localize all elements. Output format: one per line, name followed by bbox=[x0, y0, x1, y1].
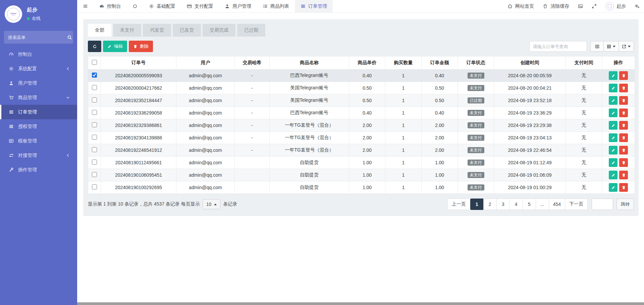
row-delete-button[interactable] bbox=[619, 108, 628, 117]
row-edit-button[interactable] bbox=[609, 84, 618, 92]
nav-item-dashboard[interactable]: 控制台 bbox=[94, 0, 127, 12]
nav-item-base-config[interactable]: 基础配置 bbox=[143, 0, 181, 12]
orders-panel: 全部 未支付 代发货 已发货 交易完成 已过期 编辑 删除 bbox=[83, 19, 639, 216]
product-cell: 一年TG直登号（混合） bbox=[270, 119, 349, 132]
row-delete-button[interactable] bbox=[619, 133, 628, 142]
row-checkbox[interactable] bbox=[92, 122, 97, 127]
row-edit-button[interactable] bbox=[609, 158, 618, 167]
tab-unpaid[interactable]: 未支付 bbox=[113, 24, 141, 37]
search-icon bbox=[67, 35, 72, 40]
nav-item-product-list[interactable]: 商品列表 bbox=[257, 0, 295, 12]
jump-button[interactable]: 跳转 bbox=[616, 199, 634, 210]
product-cell: 一年TG直登号（混合） bbox=[270, 132, 349, 144]
chevron-down-icon bbox=[65, 95, 70, 100]
tab-completed[interactable]: 交易完成 bbox=[203, 24, 235, 37]
nav-item-fullscreen[interactable] bbox=[587, 0, 601, 12]
row-edit-button[interactable] bbox=[609, 121, 618, 130]
sidebar-item-label: 插件管理 bbox=[18, 167, 37, 173]
row-edit-button[interactable] bbox=[609, 183, 618, 192]
sidebar-item-templates[interactable]: 模板管理 bbox=[0, 134, 77, 148]
nav-item-payment-config[interactable]: 支付配置 bbox=[181, 0, 219, 12]
row-edit-button[interactable] bbox=[609, 108, 618, 117]
row-checkbox[interactable] bbox=[92, 160, 97, 165]
row-checkbox[interactable] bbox=[92, 184, 97, 189]
next-page-button[interactable]: 下一页 bbox=[565, 199, 588, 210]
row-edit-button[interactable] bbox=[609, 71, 618, 80]
row-checkbox[interactable] bbox=[92, 172, 97, 177]
row-checkbox[interactable] bbox=[92, 85, 97, 90]
row-delete-button[interactable] bbox=[619, 121, 628, 130]
nav-item-image[interactable] bbox=[574, 0, 587, 12]
tab-to-ship[interactable]: 代发货 bbox=[143, 24, 171, 37]
nav-item-order-management[interactable]: 订单管理 bbox=[295, 0, 333, 12]
sidebar-item-label: 商品管理 bbox=[18, 95, 37, 101]
menu-toggle-button[interactable] bbox=[77, 0, 94, 12]
nav-item-user-management[interactable]: 用户管理 bbox=[219, 0, 257, 12]
sidebar-item-dashboard[interactable]: 控制台 bbox=[0, 47, 77, 61]
row-checkbox[interactable] bbox=[92, 110, 97, 115]
tab-all[interactable]: 全部 bbox=[88, 24, 111, 37]
page-size-select[interactable]: 10 bbox=[203, 199, 221, 209]
user-cell: admin@qq.com bbox=[176, 169, 235, 181]
paid-time-cell: 无 bbox=[566, 94, 602, 107]
row-delete-button[interactable] bbox=[619, 71, 628, 80]
page-button-3[interactable]: 3 bbox=[496, 199, 510, 210]
page-button-2[interactable]: 2 bbox=[483, 199, 497, 210]
created-time-cell: 2024-08-20 00:04:21 bbox=[494, 82, 566, 94]
column-header-status: 订单状态 bbox=[458, 56, 494, 70]
nav-item-profile[interactable]: 起步 bbox=[601, 0, 630, 12]
sidebar-item-products[interactable]: 商品管理 bbox=[0, 90, 77, 105]
page-button-1[interactable]: 1 bbox=[470, 199, 484, 210]
sidebar-search-input[interactable] bbox=[8, 35, 67, 40]
row-edit-button[interactable] bbox=[609, 171, 618, 179]
row-checkbox[interactable] bbox=[92, 97, 97, 102]
order-no-cell: 202408190100292695 bbox=[101, 181, 176, 194]
order-no-cell: 202408192336299058 bbox=[101, 107, 176, 119]
row-delete-button[interactable] bbox=[619, 84, 628, 92]
sidebar-item-users[interactable]: 用户管理 bbox=[0, 76, 77, 90]
detail-view-button[interactable] bbox=[590, 41, 604, 52]
sidebar-item-orders[interactable]: 订单管理 bbox=[0, 105, 77, 119]
hash-cell: - bbox=[235, 119, 270, 132]
sidebar-item-system-config[interactable]: 系统配置 bbox=[0, 61, 77, 76]
order-search-input[interactable] bbox=[529, 41, 587, 52]
paid-time-cell: 无 bbox=[566, 132, 602, 144]
page-button-5[interactable]: 5 bbox=[523, 199, 536, 210]
row-edit-button[interactable] bbox=[609, 146, 618, 155]
sidebar-item-authorization[interactable]: 授权管理 bbox=[0, 119, 77, 134]
row-delete-button[interactable] bbox=[619, 146, 628, 155]
prev-page-button[interactable]: 上一页 bbox=[447, 199, 470, 210]
jump-page-input[interactable] bbox=[592, 199, 613, 210]
refresh-button[interactable] bbox=[88, 41, 101, 52]
nav-item-site-home[interactable]: 网站首页 bbox=[503, 0, 538, 12]
sidebar-item-plugins[interactable]: 插件管理 bbox=[0, 163, 77, 177]
amount-cell: 1.00 bbox=[422, 181, 458, 194]
row-delete-button[interactable] bbox=[619, 171, 628, 179]
nav-item-circle[interactable] bbox=[127, 0, 143, 12]
page-button-4[interactable]: 4 bbox=[509, 199, 523, 210]
sidebar-item-integrations[interactable]: 对接管理 bbox=[0, 148, 77, 163]
row-checkbox[interactable] bbox=[92, 147, 97, 152]
product-cell: 一年TG直登号（混合） bbox=[270, 144, 349, 157]
row-edit-button[interactable] bbox=[609, 96, 618, 105]
delete-button[interactable]: 删除 bbox=[129, 41, 153, 52]
row-edit-button[interactable] bbox=[609, 133, 618, 142]
page-ellipsis-button[interactable]: ... bbox=[536, 199, 549, 210]
tab-expired[interactable]: 已过期 bbox=[237, 24, 265, 37]
nav-item-clear-cache[interactable]: 清除缓存 bbox=[538, 0, 574, 12]
row-checkbox[interactable] bbox=[92, 73, 97, 78]
export-button[interactable] bbox=[619, 41, 634, 52]
order-table-body: 202408200005599093 admin@qq.com - 巴西Tele… bbox=[88, 70, 635, 194]
select-all-checkbox[interactable] bbox=[92, 60, 97, 65]
row-checkbox[interactable] bbox=[92, 135, 97, 140]
sidebar-item-label: 模板管理 bbox=[18, 138, 37, 144]
row-delete-button[interactable] bbox=[619, 158, 628, 167]
tab-shipped[interactable]: 已发货 bbox=[173, 24, 201, 37]
row-delete-button[interactable] bbox=[619, 183, 628, 192]
edit-button[interactable]: 编辑 bbox=[103, 41, 127, 52]
row-delete-button[interactable] bbox=[619, 96, 628, 105]
page-button-454[interactable]: 454 bbox=[549, 199, 565, 210]
trash-icon bbox=[543, 4, 548, 9]
columns-button[interactable] bbox=[603, 41, 619, 52]
nav-item-settings[interactable] bbox=[630, 0, 644, 12]
